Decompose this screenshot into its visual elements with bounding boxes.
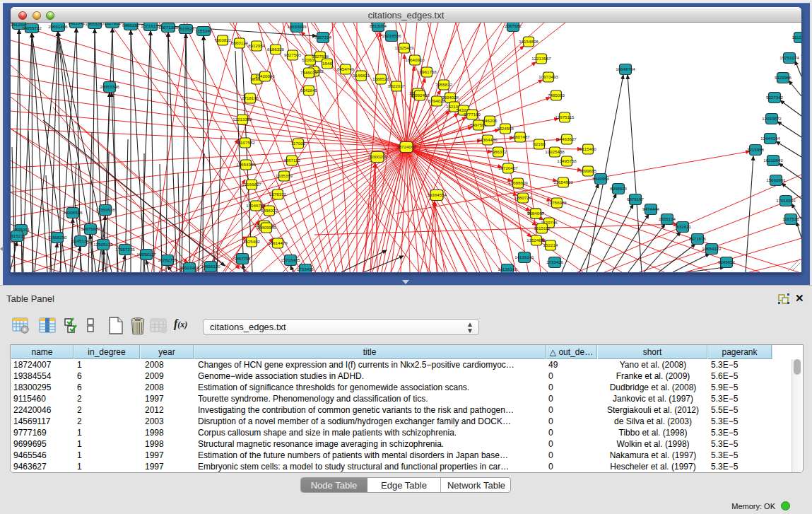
svg-text:20691406: 20691406 bbox=[48, 24, 68, 29]
svg-text:12923468: 12923468 bbox=[180, 265, 199, 270]
svg-text:19756928: 19756928 bbox=[547, 200, 567, 205]
svg-text:16154808: 16154808 bbox=[519, 39, 539, 44]
svg-text:11325419: 11325419 bbox=[394, 45, 414, 50]
svg-text:3624554: 3624554 bbox=[497, 126, 514, 131]
svg-text:21364436: 21364436 bbox=[478, 137, 498, 142]
svg-text:1546: 1546 bbox=[322, 61, 332, 66]
svg-text:9242845: 9242845 bbox=[300, 88, 318, 93]
svg-text:9327508: 9327508 bbox=[312, 54, 329, 59]
svg-text:1535359: 1535359 bbox=[276, 173, 293, 178]
svg-text:7515526: 7515526 bbox=[177, 26, 195, 31]
svg-text:6879197: 6879197 bbox=[627, 197, 645, 201]
svg-text:7625402: 7625402 bbox=[243, 239, 261, 244]
svg-text:16033809: 16033809 bbox=[287, 24, 307, 29]
svg-text:9115460: 9115460 bbox=[579, 146, 596, 151]
svg-text:10107552: 10107552 bbox=[235, 140, 255, 145]
svg-text:2935134: 2935134 bbox=[659, 216, 676, 221]
svg-text:10025438: 10025438 bbox=[545, 149, 565, 154]
svg-text:12213967: 12213967 bbox=[531, 56, 551, 61]
svg-text:3578332: 3578332 bbox=[269, 192, 287, 197]
svg-text:8660124: 8660124 bbox=[231, 40, 249, 45]
svg-text:19384554: 19384554 bbox=[427, 192, 447, 197]
svg-text:17016504: 17016504 bbox=[776, 198, 796, 203]
svg-text:10958127: 10958127 bbox=[136, 252, 156, 257]
svg-text:7632621: 7632621 bbox=[674, 224, 692, 229]
svg-text:19166827: 19166827 bbox=[242, 182, 261, 187]
svg-text:10688609: 10688609 bbox=[508, 180, 528, 185]
svg-text:9915211: 9915211 bbox=[11, 233, 25, 238]
svg-text:7485003: 7485003 bbox=[548, 93, 565, 98]
svg-text:16648764: 16648764 bbox=[616, 66, 635, 71]
svg-text:7986372: 7986372 bbox=[490, 149, 507, 154]
svg-text:14055712: 14055712 bbox=[22, 25, 42, 30]
svg-text:9474444: 9474444 bbox=[642, 206, 660, 211]
svg-text:13495758: 13495758 bbox=[557, 158, 577, 163]
svg-text:20053346: 20053346 bbox=[100, 84, 119, 89]
svg-text:14463627: 14463627 bbox=[557, 136, 577, 141]
svg-text:2087682: 2087682 bbox=[505, 23, 522, 28]
svg-text:9777169: 9777169 bbox=[464, 112, 481, 117]
svg-text:7955812: 7955812 bbox=[435, 82, 453, 87]
svg-text:12093872: 12093872 bbox=[762, 116, 782, 121]
svg-text:18300295: 18300295 bbox=[367, 154, 387, 159]
svg-text:7934028: 7934028 bbox=[442, 95, 459, 100]
svg-text:20206526: 20206526 bbox=[63, 210, 83, 215]
svg-text:117006: 117006 bbox=[291, 141, 306, 146]
svg-text:746206: 746206 bbox=[483, 118, 498, 123]
svg-text:1880724: 1880724 bbox=[514, 195, 532, 200]
svg-text:1615112: 1615112 bbox=[534, 226, 551, 230]
svg-text:1167531: 1167531 bbox=[782, 216, 799, 221]
svg-text:13524861: 13524861 bbox=[526, 238, 546, 243]
svg-text:8938923: 8938923 bbox=[610, 186, 628, 191]
svg-text:8454749: 8454749 bbox=[337, 66, 355, 71]
svg-text:19654985: 19654985 bbox=[236, 162, 256, 167]
svg-text:10719155: 10719155 bbox=[141, 23, 160, 28]
svg-text:3267110: 3267110 bbox=[283, 158, 300, 163]
svg-text:1527602: 1527602 bbox=[104, 23, 122, 25]
svg-text:18724007: 18724007 bbox=[396, 144, 416, 149]
svg-text:7346013: 7346013 bbox=[300, 70, 318, 75]
svg-text:62160: 62160 bbox=[533, 141, 546, 146]
svg-text:9245652: 9245652 bbox=[718, 259, 736, 264]
svg-text:9084067: 9084067 bbox=[527, 211, 545, 216]
svg-text:1733426: 1733426 bbox=[297, 267, 314, 271]
svg-text:1145134: 1145134 bbox=[72, 238, 89, 243]
svg-text:15751074: 15751074 bbox=[779, 55, 799, 60]
svg-text:16210643: 16210643 bbox=[763, 158, 783, 163]
svg-text:7357224: 7357224 bbox=[314, 35, 332, 40]
svg-text:16409949: 16409949 bbox=[257, 225, 276, 230]
svg-text:10975887: 10975887 bbox=[81, 226, 100, 231]
svg-text:9657791: 9657791 bbox=[234, 256, 252, 261]
svg-text:17046786: 17046786 bbox=[246, 203, 266, 208]
svg-text:8471676: 8471676 bbox=[689, 236, 707, 241]
svg-text:17957225: 17957225 bbox=[115, 247, 135, 252]
svg-text:18640910: 18640910 bbox=[405, 57, 425, 62]
svg-text:14136141: 14136141 bbox=[514, 255, 534, 259]
svg-text:8813054: 8813054 bbox=[370, 23, 387, 28]
svg-text:15692991: 15692991 bbox=[766, 177, 786, 182]
svg-text:6466160: 6466160 bbox=[122, 23, 140, 28]
svg-text:1588520: 1588520 bbox=[372, 76, 390, 81]
svg-text:14856120: 14856120 bbox=[201, 264, 220, 269]
svg-text:2718176: 2718176 bbox=[242, 95, 259, 100]
svg-text:9461045: 9461045 bbox=[68, 23, 86, 25]
svg-text:16914479: 16914479 bbox=[268, 240, 288, 245]
svg-text:18092410: 18092410 bbox=[410, 93, 430, 98]
svg-text:16961758: 16961758 bbox=[417, 69, 437, 74]
svg-text:15716485: 15716485 bbox=[281, 257, 300, 262]
svg-text:9699695: 9699695 bbox=[579, 168, 597, 173]
svg-text:15720407: 15720407 bbox=[498, 165, 518, 170]
svg-text:12975115: 12975115 bbox=[555, 115, 575, 119]
svg-text:23420046: 23420046 bbox=[255, 74, 275, 78]
svg-text:3215958: 3215958 bbox=[747, 147, 765, 152]
svg-text:7663822: 7663822 bbox=[214, 37, 232, 42]
svg-text:17359928: 17359928 bbox=[95, 207, 115, 212]
svg-text:252214: 252214 bbox=[543, 243, 558, 247]
svg-text:13654923: 13654923 bbox=[553, 180, 573, 185]
svg-text:10807487: 10807487 bbox=[510, 134, 530, 139]
svg-text:9327503: 9327503 bbox=[284, 52, 302, 57]
svg-text:9146821: 9146821 bbox=[353, 73, 370, 78]
svg-text:11568290: 11568290 bbox=[47, 235, 67, 240]
svg-text:5498222: 5498222 bbox=[261, 208, 278, 213]
svg-text:9227342: 9227342 bbox=[766, 95, 784, 100]
